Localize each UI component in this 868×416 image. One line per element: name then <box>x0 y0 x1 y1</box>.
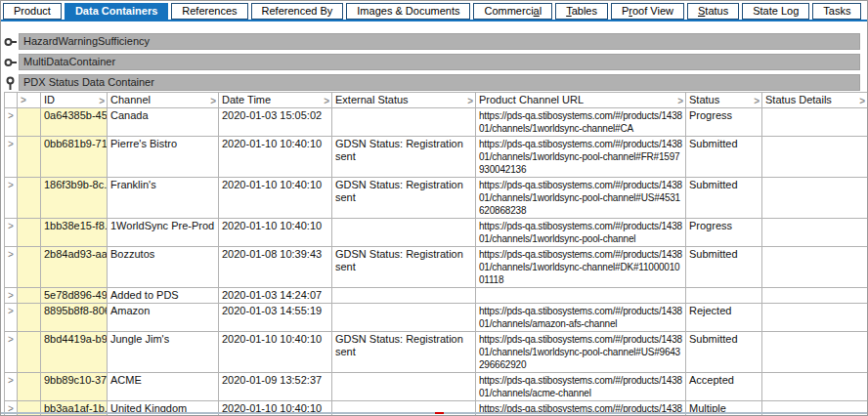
cell-status: Submitted <box>686 247 762 288</box>
tab-tables[interactable]: Tables <box>555 3 608 20</box>
cell-status: Accepted <box>686 373 762 401</box>
cell-channel: Added to PDS <box>108 288 219 304</box>
row-expander[interactable]: > <box>5 137 18 178</box>
cell-id: 8bd4419a-b9... <box>41 332 108 373</box>
column-header-product-channel-url[interactable]: Product Channel URL> <box>476 93 686 108</box>
column-header-label: Status Details <box>765 94 832 105</box>
table-row: >9bb89c10-37...ACME2020-01-09 13:52:37ht… <box>5 373 868 401</box>
row-expander[interactable]: > <box>5 373 18 401</box>
tab-referenced-by[interactable]: Referenced By <box>251 3 344 20</box>
cell-id: 5e78d896-49f... <box>41 288 108 304</box>
cell-status-details <box>762 332 868 373</box>
row-expander[interactable]: > <box>5 219 18 247</box>
column-header-status-details[interactable]: Status Details> <box>762 93 868 108</box>
section-header-bar[interactable]: PDX Status Data Container <box>19 74 860 91</box>
tab-product[interactable]: Product <box>3 3 62 20</box>
tab-references[interactable]: References <box>171 3 247 20</box>
cell-product-channel-url: https://pds-qa.stibosystems.com/#/produc… <box>476 108 686 137</box>
row-indicator-cell <box>18 304 41 332</box>
cell-status: Progress <box>686 108 762 137</box>
red-indicator-mark <box>435 412 444 414</box>
cell-channel: Jungle Jim's <box>108 332 219 373</box>
cell-status: Submitted <box>686 137 762 178</box>
column-header-label: Product Channel URL <box>479 94 584 105</box>
row-indicator-cell <box>18 332 41 373</box>
table-row: >8bd4419a-b9...Jungle Jim's2020-01-10 10… <box>5 332 868 373</box>
cell-status-details <box>762 219 868 247</box>
sort-chevron-icon[interactable]: > <box>99 95 105 107</box>
circle-line-down-icon[interactable] <box>4 76 17 90</box>
cell-status: Progress <box>686 219 762 247</box>
cell-date-time: 2020-01-10 10:40:10 <box>219 178 332 219</box>
row-indicator-cell <box>18 108 41 137</box>
cell-date-time: 2020-01-03 15:05:02 <box>219 108 332 137</box>
column-header-id[interactable]: ID> <box>41 93 108 108</box>
tab-data-containers[interactable]: Data Containers <box>65 3 168 20</box>
cell-status-details <box>762 178 868 219</box>
pdx-status-table: >ID>Channel>Date Time>External Status>Pr… <box>4 92 867 415</box>
tab-status[interactable]: Status <box>687 3 739 20</box>
section-header-bar[interactable]: HazardWarningSufficiency <box>19 33 860 50</box>
sort-chevron-icon[interactable]: > <box>210 95 216 107</box>
column-header-date-time[interactable]: Date Time> <box>219 93 332 108</box>
cell-product-channel-url: https://pds-qa.stibosystems.com/#/produc… <box>476 178 686 219</box>
sort-chevron-icon[interactable]: > <box>467 95 473 107</box>
cell-external-status: GDSN Status: Registration sent <box>332 332 476 373</box>
sort-chevron-icon[interactable]: > <box>754 95 760 107</box>
section-hazardwarningsufficiency: HazardWarningSufficiency <box>4 33 860 50</box>
table-header-row: >ID>Channel>Date Time>External Status>Pr… <box>5 93 868 108</box>
section-header-bar[interactable]: MultiDataContainer <box>19 54 860 70</box>
row-expander[interactable]: > <box>5 288 18 304</box>
bottom-divider <box>1 412 867 414</box>
cell-id: 0bb681b9-71... <box>41 137 108 178</box>
row-expander[interactable]: > <box>5 178 18 219</box>
tab-state-log[interactable]: State Log <box>742 3 809 20</box>
cell-product-channel-url: https://pds-qa.stibosystems.com/#/produc… <box>476 332 686 373</box>
header-expand-all[interactable]: > <box>18 93 41 108</box>
sort-chevron-icon[interactable]: > <box>324 95 329 107</box>
section-multidatacontainer: MultiDataContainer <box>4 54 860 70</box>
row-indicator-cell <box>18 219 41 247</box>
row-expander[interactable]: > <box>5 332 18 373</box>
cell-external-status: GDSN Status: Registration sent <box>332 247 476 288</box>
tab-commercial[interactable]: Commercial <box>473 3 552 20</box>
cell-date-time: 2020-01-03 14:55:19 <box>219 304 332 332</box>
circle-line-right-icon[interactable] <box>4 35 17 49</box>
cell-id: 0a64385b-45... <box>41 108 108 137</box>
column-header-label: Channel <box>110 94 151 105</box>
cell-id: 8895b8f8-806... <box>41 304 108 332</box>
sort-chevron-icon[interactable]: > <box>859 95 865 107</box>
table-row: >0a64385b-45...Canada2020-01-03 15:05:02… <box>5 108 868 137</box>
row-expander[interactable]: > <box>5 304 18 332</box>
column-header-external-status[interactable]: External Status> <box>332 93 476 108</box>
sort-chevron-icon[interactable]: > <box>21 95 26 105</box>
column-header-label: Status <box>689 94 719 105</box>
cell-channel: Canada <box>108 108 219 137</box>
column-header-channel[interactable]: Channel> <box>108 93 219 108</box>
column-header-label: External Status <box>335 94 409 105</box>
cell-channel: Franklin's <box>108 178 219 219</box>
container-sections: HazardWarningSufficiencyMultiDataContain… <box>1 21 867 95</box>
tab-proof-view[interactable]: Proof View <box>611 3 684 20</box>
tab-images-documents[interactable]: Images & Documents <box>346 3 470 20</box>
cell-product-channel-url <box>476 288 686 304</box>
cell-date-time: 2020-01-10 10:40:10 <box>219 219 332 247</box>
row-expander[interactable]: > <box>5 247 18 288</box>
cell-channel: Amazon <box>108 304 219 332</box>
cell-date-time: 2020-01-03 14:24:07 <box>219 288 332 304</box>
cell-status-details <box>762 373 868 401</box>
sort-chevron-icon[interactable]: > <box>677 95 683 107</box>
cell-product-channel-url: https://pds-qa.stibosystems.com/#/produc… <box>476 304 686 332</box>
row-expander[interactable]: > <box>5 108 18 137</box>
circle-line-right-icon[interactable] <box>4 56 17 69</box>
cell-status-details <box>762 108 868 137</box>
table-row: >0bb681b9-71...Pierre's Bistro2020-01-10… <box>5 137 868 178</box>
cell-product-channel-url: https://pds-qa.stibosystems.com/#/produc… <box>476 137 686 178</box>
cell-date-time: 2020-01-08 10:39:43 <box>219 247 332 288</box>
column-header-status[interactable]: Status> <box>686 93 762 108</box>
row-indicator-cell <box>18 137 41 178</box>
data-containers-view: ProductData ContainersReferencesReferenc… <box>0 0 868 416</box>
cell-id: 2b84ad93-aa... <box>41 247 108 288</box>
tab-tasks[interactable]: Tasks <box>812 3 861 20</box>
cell-date-time: 2020-01-09 13:52:37 <box>219 373 332 401</box>
